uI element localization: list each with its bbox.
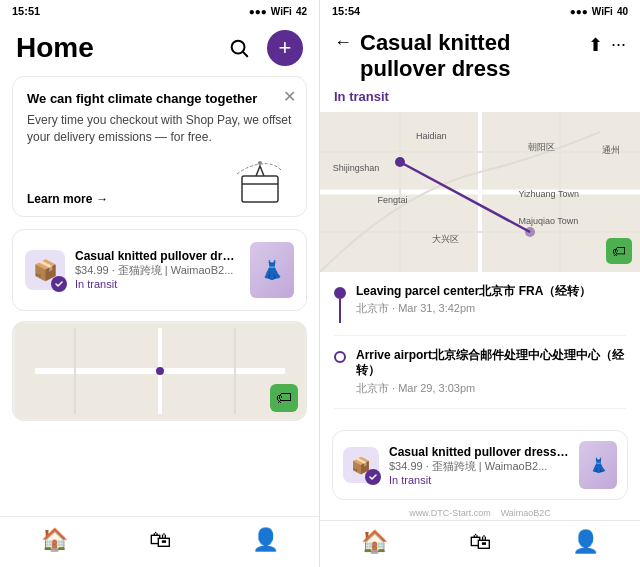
timeline-item-1: Leaving parcel center北京市 FRA（经转） 北京市 · M… [334, 272, 626, 336]
upload-icon[interactable]: ⬆ [588, 34, 603, 56]
right-battery: 40 [617, 6, 628, 17]
climate-card: ✕ We can fight climate change together E… [12, 76, 307, 217]
order-card[interactable]: 📦 Casual knitted pullover dress - ... $3… [12, 229, 307, 311]
add-button[interactable]: + [267, 30, 303, 66]
more-icon[interactable]: ··· [611, 34, 626, 55]
battery-label: 42 [296, 6, 307, 17]
map-placeholder: 🏷 [12, 321, 307, 421]
back-button[interactable]: ← [334, 32, 352, 53]
right-map: Haidian 朝阳区 Shijingshan 通州 Fengtai Yizhu… [320, 112, 640, 272]
right-shop-icon: 🛍 [469, 529, 491, 555]
map-label-fengtai: Fengtai [378, 195, 408, 205]
map-label-haidian: Haidian [416, 131, 447, 141]
right-page-title: Casual knitted pullover dress [360, 30, 580, 83]
left-header: Home + [0, 22, 319, 76]
order-info: Casual knitted pullover dress - ... $34.… [75, 249, 240, 290]
watermark: www.DTC-Start.com WaimaoB2C [320, 508, 640, 520]
shop-icon: 🛍 [149, 527, 171, 553]
left-panel: 15:51 ●●● WiFi 42 Home + ✕ We can fight … [0, 0, 320, 567]
left-status-icons: ●●● WiFi 42 [249, 6, 307, 17]
route-svg [320, 112, 640, 272]
right-wifi-icon: WiFi [592, 6, 613, 17]
signal-icon: ●●● [249, 6, 267, 17]
svg-line-1 [243, 52, 247, 56]
bottom-order-status: In transit [389, 474, 569, 486]
svg-point-19 [525, 227, 535, 237]
map-label-chaoyang: 朝阳区 [528, 141, 555, 154]
timeline-title-2: Arrive airport北京综合邮件处理中心处理中心（经转） [356, 348, 626, 379]
right-bottom-nav: 🏠 🛍 👤 [320, 520, 640, 567]
svg-rect-2 [242, 176, 278, 202]
right-home-icon: 🏠 [361, 529, 388, 555]
close-button[interactable]: ✕ [283, 87, 296, 106]
order-name: Casual knitted pullover dress - ... [75, 249, 240, 263]
nav-profile[interactable]: 👤 [252, 527, 279, 553]
map-corner-icon: 🏷 [270, 384, 298, 412]
bottom-order-meta: $34.99 · 歪猫跨境 | WaimaoB2... [389, 459, 569, 474]
bottom-order-badge [365, 469, 381, 485]
box-illustration [232, 156, 292, 206]
order-icon: 📦 [25, 250, 65, 290]
timeline-subtitle-1: 北京市 · Mar 31, 3:42pm [356, 301, 626, 316]
map-label-tongzhou: 通州 [602, 144, 620, 157]
in-transit-badge: In transit [320, 89, 640, 112]
right-header-icons: ⬆ ··· [588, 34, 626, 56]
map-dot [156, 367, 164, 375]
timeline-section: Leaving parcel center北京市 FRA（经转） 北京市 · M… [320, 272, 640, 422]
map-label-shijingshan: Shijingshan [333, 163, 380, 173]
right-status-bar: 15:54 ●●● WiFi 40 [320, 0, 640, 22]
bottom-order-info: Casual knitted pullover dress - ... $34.… [389, 445, 569, 486]
right-profile-icon: 👤 [572, 529, 599, 555]
home-icon: 🏠 [41, 527, 68, 553]
bottom-order-name: Casual knitted pullover dress - ... [389, 445, 569, 459]
right-panel: 15:54 ●●● WiFi 40 ← Casual knitted pullo… [320, 0, 640, 567]
map-green-icon: 🏷 [606, 238, 632, 264]
climate-card-footer: Learn more → [27, 156, 292, 206]
timeline-title-1: Leaving parcel center北京市 FRA（经转） [356, 284, 626, 300]
map-label-daxing: 大兴区 [432, 233, 459, 246]
left-status-bar: 15:51 ●●● WiFi 42 [0, 0, 319, 22]
learn-more-link[interactable]: Learn more → [27, 192, 108, 206]
svg-rect-10 [320, 112, 640, 272]
page-title: Home [16, 32, 94, 64]
climate-card-text: Every time you checkout with Shop Pay, w… [27, 112, 292, 146]
order-status: In transit [75, 278, 240, 290]
bottom-order-icon: 📦 [343, 447, 379, 483]
right-signal-icon: ●●● [570, 6, 588, 17]
timeline-item-2: Arrive airport北京综合邮件处理中心处理中心（经转） 北京市 · M… [334, 336, 626, 409]
bottom-order-card[interactable]: 📦 Casual knitted pullover dress - ... $3… [332, 430, 628, 500]
svg-line-17 [400, 162, 530, 232]
order-thumbnail: 👗 [250, 242, 294, 298]
timeline-dot-1 [334, 287, 346, 299]
timeline-dot-2 [334, 351, 346, 363]
order-meta: $34.99 · 歪猫跨境 | WaimaoB2... [75, 263, 240, 278]
wifi-icon: WiFi [271, 6, 292, 17]
right-time: 15:54 [332, 5, 360, 17]
left-time: 15:51 [12, 5, 40, 17]
svg-point-18 [395, 157, 405, 167]
climate-card-title: We can fight climate change together [27, 91, 292, 106]
timeline-content-1: Leaving parcel center北京市 FRA（经转） 北京市 · M… [356, 284, 626, 323]
nav-home[interactable]: 🏠 [41, 527, 68, 553]
header-icons: + [221, 30, 303, 66]
profile-icon: 👤 [252, 527, 279, 553]
timeline-content-2: Arrive airport北京综合邮件处理中心处理中心（经转） 北京市 · M… [356, 348, 626, 396]
svg-point-4 [258, 161, 262, 165]
search-button[interactable] [221, 30, 257, 66]
right-nav-home[interactable]: 🏠 [361, 529, 388, 555]
left-bottom-nav: 🏠 🛍 👤 [0, 516, 319, 567]
nav-shop[interactable]: 🛍 [149, 527, 171, 553]
timeline-subtitle-2: 北京市 · Mar 29, 3:03pm [356, 381, 626, 396]
right-nav-profile[interactable]: 👤 [572, 529, 599, 555]
map-label-majuqiao: Majuqiao Town [518, 216, 578, 226]
right-header: ← Casual knitted pullover dress ⬆ ··· [320, 22, 640, 89]
order-badge [51, 276, 67, 292]
right-nav-shop[interactable]: 🛍 [469, 529, 491, 555]
bottom-order-thumbnail: 👗 [579, 441, 617, 489]
map-label-yizhuang: Yizhuang Town [518, 189, 579, 199]
